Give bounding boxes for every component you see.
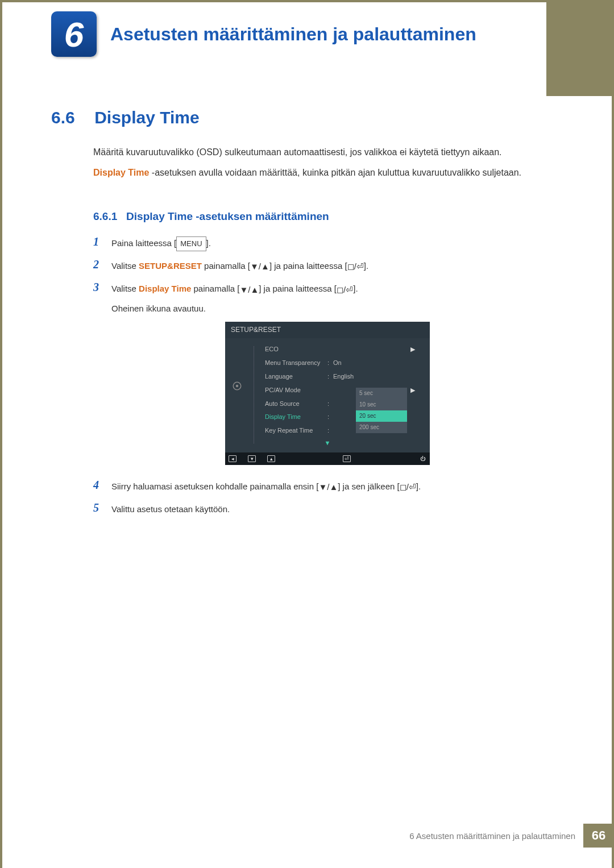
osd-popup: 5 sec 10 sec 20 sec 200 sec xyxy=(356,388,407,433)
footer: 6 Asetusten määrittäminen ja palauttamin… xyxy=(409,824,614,848)
chapter-number-badge: 6 xyxy=(51,11,97,57)
step-number: 4 xyxy=(93,479,111,492)
back-icon: ◂ xyxy=(229,455,237,462)
down-up-arrow-icon: ▼/▲ xyxy=(250,259,269,274)
step-text: Paina laitteessa [MENU]. xyxy=(111,235,569,251)
osd-tree-line xyxy=(254,346,254,443)
step-1: 1 Paina laitteessa [MENU]. xyxy=(93,235,569,251)
step-number: 2 xyxy=(93,258,111,271)
osd-row-language: Language:English xyxy=(225,370,430,384)
border-left xyxy=(0,0,2,868)
intro-paragraph-2: Display Time -asetuksen avulla voidaan m… xyxy=(93,165,569,180)
step-list: 1 Paina laitteessa [MENU]. 2 Valitse SET… xyxy=(93,235,569,524)
step-text: Siirry haluamasi asetuksen kohdalle pain… xyxy=(111,479,569,495)
enter-icon: ⏎ xyxy=(343,455,351,462)
osd-button-bar: ◂ ▾ ▴ ⏎ ⏻ xyxy=(225,452,430,465)
source-enter-icon: ◻/⏎ xyxy=(347,259,364,274)
step-3-extra: Oheinen ikkuna avautuu. xyxy=(111,301,569,316)
power-icon: ⏻ xyxy=(418,455,426,462)
highlight-display-time: Display Time xyxy=(139,284,191,293)
menu-button-label: MENU xyxy=(176,236,206,251)
osd-body: ECO ▶ Menu Transparency:On Language:Engl… xyxy=(225,338,430,452)
corner-block xyxy=(546,2,612,96)
osd-row-eco: ECO ▶ xyxy=(225,343,430,356)
step-text: Valitse Display Time painamalla [▼/▲] ja… xyxy=(111,281,569,472)
step-2: 2 Valitse SETUP&RESET painamalla [▼/▲] j… xyxy=(93,258,569,275)
chapter-title: Asetusten määrittäminen ja palauttaminen xyxy=(110,24,476,45)
chevron-right-icon: ▶ xyxy=(410,344,415,355)
osd-popup-item-selected: 20 sec xyxy=(356,410,407,422)
border-right xyxy=(612,0,614,868)
intro-paragraph-1: Määritä kuvaruutuvalikko (OSD) sulkeutum… xyxy=(93,144,569,160)
source-enter-icon: ◻/⏎ xyxy=(337,282,353,297)
intro-rest: -asetuksen avulla voidaan määrittää, kui… xyxy=(149,168,521,177)
osd-popup-item: 10 sec xyxy=(356,399,407,410)
osd-popup-item: 5 sec xyxy=(356,388,407,399)
svg-point-1 xyxy=(236,385,239,388)
gear-icon xyxy=(232,381,242,391)
step-number: 1 xyxy=(93,235,111,248)
step-5: 5 Valittu asetus otetaan käyttöön. xyxy=(93,501,569,517)
down-up-arrow-icon: ▼/▲ xyxy=(239,282,259,297)
section-title: Display Time xyxy=(94,108,200,127)
down-icon: ▾ xyxy=(248,455,256,462)
osd-screenshot: SETUP&RESET ECO ▶ Menu Transpare xyxy=(225,322,569,465)
section-number: 6.6 xyxy=(51,108,75,127)
source-enter-icon: ◻/⏎ xyxy=(400,479,416,495)
subsection-title: Display Time -asetuksen määrittäminen xyxy=(126,210,329,222)
step-number: 5 xyxy=(93,501,111,514)
subsection-header: 6.6.1 Display Time -asetuksen määrittämi… xyxy=(93,210,329,223)
footer-page-number: 66 xyxy=(583,824,614,848)
up-icon: ▴ xyxy=(267,455,275,462)
highlight-setup-reset: SETUP&RESET xyxy=(139,261,202,271)
subsection-number: 6.6.1 xyxy=(93,210,117,222)
down-up-arrow-icon: ▼/▲ xyxy=(318,479,338,495)
step-text: Valitse SETUP&RESET painamalla [▼/▲] ja … xyxy=(111,258,569,275)
step-text: Valittu asetus otetaan käyttöön. xyxy=(111,501,569,517)
step-4: 4 Siirry haluamasi asetuksen kohdalle pa… xyxy=(93,479,569,495)
footer-text: 6 Asetusten määrittäminen ja palauttamin… xyxy=(409,831,575,841)
chevron-down-icon: ▼ xyxy=(225,438,430,450)
section-header: 6.6 Display Time xyxy=(51,108,200,127)
page: 6 Asetusten määrittäminen ja palauttamin… xyxy=(0,0,614,868)
osd-row-menu-transparency: Menu Transparency:On xyxy=(225,356,430,370)
chevron-right-icon: ▶ xyxy=(410,385,415,396)
step-number: 3 xyxy=(93,281,111,294)
chapter-header: 6 Asetusten määrittäminen ja palauttamin… xyxy=(51,11,476,57)
intro-highlight: Display Time xyxy=(93,168,149,177)
osd-title: SETUP&RESET xyxy=(225,322,430,339)
osd-popup-item: 200 sec xyxy=(356,422,407,433)
osd-window: SETUP&RESET ECO ▶ Menu Transpare xyxy=(225,322,430,465)
border-top xyxy=(0,0,614,2)
step-3: 3 Valitse Display Time painamalla [▼/▲] … xyxy=(93,281,569,472)
